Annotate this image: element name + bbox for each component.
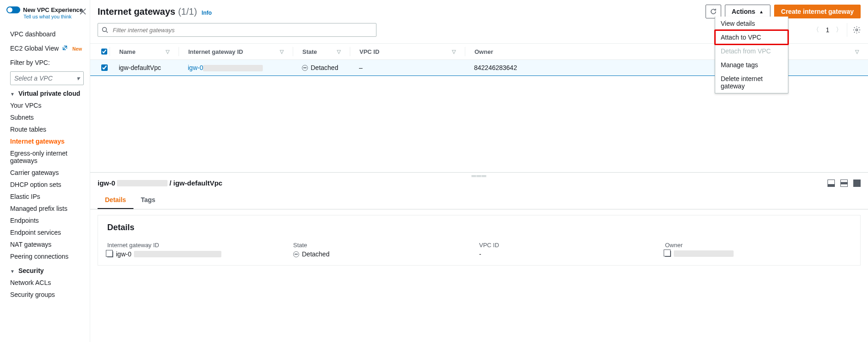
row-state: Detached	[302, 64, 341, 71]
pager: 〈 1 〉	[813, 26, 842, 34]
tab-details[interactable]: Details	[98, 191, 133, 209]
layout-split-icon[interactable]	[840, 180, 848, 187]
nav-subnets[interactable]: Subnets	[10, 111, 85, 123]
detached-state-icon	[293, 251, 299, 257]
field-igw-id-value: igw-0	[107, 250, 293, 258]
row-igw-id[interactable]: igw-0	[179, 64, 293, 71]
caret-up-icon: ▲	[759, 9, 764, 14]
nav-route-tables[interactable]: Route tables	[10, 123, 85, 135]
select-all-checkbox[interactable]	[101, 48, 107, 55]
sort-icon: ▽	[166, 49, 169, 55]
layout-full-icon[interactable]	[853, 180, 861, 187]
col-state[interactable]: State▽	[293, 47, 350, 56]
split-handle[interactable]: ═══	[90, 173, 868, 179]
detail-breadcrumb: igw-0 / igw-defaultVpc	[98, 179, 222, 187]
external-link-icon	[62, 45, 69, 52]
nav-internet-gateways[interactable]: Internet gateways	[10, 135, 85, 147]
copy-icon[interactable]	[107, 251, 113, 257]
field-owner-label: Owner	[665, 242, 851, 249]
action-manage-tags[interactable]: Manage tags	[715, 58, 788, 72]
gear-icon	[853, 26, 861, 34]
nav-elastic-ips[interactable]: Elastic IPs	[10, 191, 85, 203]
action-view-details[interactable]: View details	[715, 17, 788, 30]
action-delete[interactable]: Delete internet gateway	[715, 72, 788, 93]
nav-ec2-global-view[interactable]: EC2 Global View New	[10, 40, 85, 54]
sidebar: New VPC Experience Tell us what you thin…	[0, 0, 90, 342]
section-security[interactable]: Security	[10, 262, 85, 277]
new-experience-toggle[interactable]	[6, 6, 20, 13]
details-card: Details Internet gateway ID igw-0 State …	[98, 215, 861, 266]
new-badge: New	[72, 46, 82, 52]
result-count: (1/1)	[178, 6, 197, 17]
search-icon	[102, 27, 108, 33]
tab-tags[interactable]: Tags	[133, 191, 163, 209]
page-number: 1	[826, 26, 829, 34]
field-owner-value	[665, 250, 851, 257]
settings-button[interactable]	[847, 23, 861, 37]
close-icon[interactable]	[80, 8, 86, 16]
sort-icon: ▽	[452, 49, 456, 55]
nav-nat-gateways[interactable]: NAT gateways	[10, 238, 85, 250]
nav-managed-prefix-lists[interactable]: Managed prefix lists	[10, 203, 85, 214]
sort-icon: ▽	[337, 49, 341, 55]
nav-endpoint-services[interactable]: Endpoint services	[10, 226, 85, 238]
col-vpc-id[interactable]: VPC ID▽	[350, 47, 465, 56]
nav-security-groups[interactable]: Security groups	[10, 289, 85, 301]
page-title: Internet gateways (1/1) Info	[98, 6, 212, 17]
page-next-icon[interactable]: 〉	[836, 26, 842, 34]
info-link[interactable]: Info	[202, 10, 212, 16]
detail-tabs: Details Tags	[90, 191, 868, 209]
caret-down-icon	[10, 267, 16, 274]
detached-state-icon	[302, 65, 308, 71]
field-vpc-id-value: -	[479, 250, 665, 258]
sort-icon: ▽	[855, 49, 859, 55]
svg-point-1	[856, 29, 857, 31]
field-state-label: State	[293, 242, 479, 249]
action-detach-from-vpc: Detach from VPC	[715, 44, 788, 58]
copy-icon[interactable]	[665, 251, 671, 257]
action-attach-to-vpc[interactable]: Attach to VPC	[715, 30, 788, 44]
caret-down-icon	[10, 90, 16, 97]
details-card-title: Details	[107, 223, 851, 232]
nav-vpc-dashboard[interactable]: VPC dashboard	[10, 26, 85, 40]
chevron-down-icon: ▾	[76, 75, 80, 82]
nav-dhcp-option-sets[interactable]: DHCP option sets	[10, 179, 85, 191]
page-prev-icon[interactable]: 〈	[813, 26, 819, 34]
sort-icon: ▽	[280, 49, 284, 55]
section-virtual-private-cloud[interactable]: Virtual private cloud	[10, 85, 85, 99]
refresh-icon	[710, 8, 717, 15]
col-igw-id[interactable]: Internet gateway ID▽	[179, 47, 293, 56]
actions-menu: View details Attach to VPC Detach from V…	[715, 17, 788, 93]
nav-peering-connections[interactable]: Peering connections	[10, 250, 85, 262]
field-vpc-id-label: VPC ID	[479, 242, 665, 249]
search-input[interactable]	[112, 26, 372, 34]
new-experience-label: New VPC Experience	[23, 6, 83, 13]
search-box[interactable]	[98, 23, 376, 37]
field-igw-id-label: Internet gateway ID	[107, 242, 293, 249]
field-state-value: Detached	[293, 250, 479, 258]
col-owner[interactable]: Owner▽	[465, 47, 868, 56]
row-name: igw-defaultVpc	[110, 64, 179, 71]
nav-your-vpcs[interactable]: Your VPCs	[10, 99, 85, 111]
layout-bottom-icon[interactable]	[827, 180, 835, 187]
row-vpc-id: –	[350, 64, 465, 71]
row-checkbox[interactable]	[101, 64, 108, 71]
nav-carrier-gateways[interactable]: Carrier gateways	[10, 167, 85, 179]
row-owner: 842246283642	[465, 64, 868, 71]
filter-vpc-select[interactable]: Select a VPC ▾	[10, 71, 84, 85]
filter-by-vpc-label: Filter by VPC:	[10, 54, 85, 69]
nav-network-acls[interactable]: Network ACLs	[10, 277, 85, 289]
col-name[interactable]: Name▽	[110, 47, 179, 56]
svg-point-0	[103, 28, 107, 32]
new-experience-sublink[interactable]: Tell us what you think	[23, 14, 85, 19]
nav-endpoints[interactable]: Endpoints	[10, 214, 85, 226]
nav-egress-only[interactable]: Egress-only internet gateways	[10, 147, 85, 167]
